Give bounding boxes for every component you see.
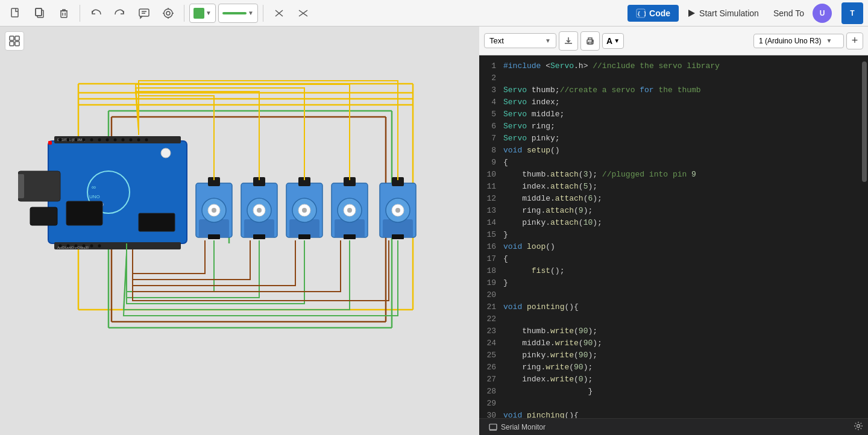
align-left-button[interactable] — [268, 2, 290, 24]
svg-point-42 — [130, 139, 133, 142]
color-swatch — [193, 8, 204, 19]
svg-rect-74 — [298, 234, 310, 239]
comment-button[interactable] — [133, 2, 155, 24]
print-button[interactable] — [580, 31, 600, 51]
svg-point-94 — [592, 40, 593, 42]
svg-rect-22 — [15, 42, 19, 46]
svg-point-50 — [83, 245, 86, 248]
code-mode-label: Text — [489, 36, 504, 45]
svg-point-49 — [75, 245, 78, 248]
new-file-button[interactable] — [5, 2, 27, 24]
svg-point-67 — [257, 208, 262, 213]
svg-point-44 — [145, 139, 148, 142]
send-label: Send To — [773, 8, 804, 18]
svg-text:∞: ∞ — [92, 184, 96, 190]
svg-point-73 — [302, 208, 307, 213]
svg-point-47 — [59, 245, 62, 248]
copy-button[interactable] — [29, 2, 51, 24]
svg-rect-25 — [18, 174, 24, 198]
svg-rect-86 — [392, 234, 404, 239]
svg-rect-95 — [489, 424, 497, 430]
right-panel: Text ▼ A ▼ — [479, 27, 868, 435]
svg-rect-21 — [10, 42, 14, 46]
main-area: ∞ UNO ARDUINO DIGITAL (PWM~) — [0, 27, 868, 435]
svg-point-48 — [67, 245, 70, 248]
code-button[interactable]: { } Code — [627, 5, 679, 22]
svg-text:UNO: UNO — [89, 194, 100, 199]
svg-rect-26 — [30, 207, 57, 225]
divider-2 — [184, 5, 184, 22]
line-swatch — [222, 12, 247, 14]
svg-point-53 — [161, 148, 171, 158]
code-label: Code — [649, 8, 670, 18]
svg-rect-0 — [11, 8, 18, 17]
svg-point-38 — [98, 139, 101, 142]
settings-button[interactable] — [854, 421, 863, 433]
divider-1 — [80, 5, 80, 22]
svg-rect-19 — [10, 36, 14, 40]
svg-point-35 — [75, 139, 78, 142]
svg-point-39 — [106, 139, 109, 142]
align-right-button[interactable] — [292, 2, 314, 24]
svg-point-34 — [67, 139, 70, 142]
color-picker-button[interactable]: ▼ — [189, 4, 216, 23]
download-button[interactable] — [559, 31, 578, 51]
font-size-button[interactable]: A ▼ — [602, 33, 624, 49]
svg-marker-18 — [688, 10, 695, 17]
zoom-fit-button[interactable] — [5, 31, 24, 51]
board-label: 1 (Arduino Uno R3) — [759, 37, 821, 45]
color-chevron-icon: ▼ — [206, 10, 212, 16]
line-numbers: 1234567891011121314151617181920212223242… — [479, 55, 503, 418]
svg-rect-68 — [253, 234, 265, 239]
svg-point-41 — [122, 139, 125, 142]
board-select-dropdown[interactable]: 1 (Arduino Uno R3) ▼ — [753, 34, 844, 48]
code-content[interactable]: #include <Servo.h> //include the servo l… — [503, 55, 861, 418]
avatar[interactable]: U — [813, 4, 832, 23]
simulate-button[interactable]: Start Simulation — [681, 5, 765, 22]
svg-point-97 — [857, 425, 860, 428]
svg-point-85 — [395, 208, 400, 213]
svg-point-61 — [212, 208, 216, 213]
svg-rect-2 — [36, 8, 42, 16]
code-mode-dropdown[interactable]: Text ▼ — [484, 33, 556, 48]
toolbar: ▼ ▼ { } Code Start Simulation Send To U — [0, 0, 868, 27]
tinkercad-icon-btn[interactable]: T — [841, 2, 863, 24]
svg-point-37 — [90, 139, 93, 142]
svg-rect-55 — [66, 201, 102, 225]
divider-3 — [263, 5, 263, 22]
svg-rect-4 — [61, 11, 67, 17]
simulate-label: Start Simulation — [699, 8, 759, 18]
svg-rect-54 — [48, 141, 52, 145]
send-to-button[interactable]: Send To — [767, 5, 810, 22]
bottom-bar: Serial Monitor — [479, 418, 868, 435]
svg-point-11 — [166, 11, 170, 15]
plus-icon: + — [852, 34, 858, 47]
svg-rect-24 — [18, 171, 60, 201]
add-panel-button[interactable]: + — [846, 33, 863, 49]
svg-rect-56 — [139, 213, 175, 231]
undo-button[interactable] — [85, 2, 107, 24]
svg-rect-20 — [15, 36, 19, 40]
svg-point-40 — [114, 139, 117, 142]
delete-button[interactable] — [53, 2, 75, 24]
svg-point-52 — [98, 245, 101, 248]
board-chevron-icon: ▼ — [826, 37, 832, 44]
code-editor[interactable]: 1234567891011121314151617181920212223242… — [479, 55, 868, 418]
inspect-button[interactable] — [157, 2, 179, 24]
line-style-button[interactable]: ▼ — [218, 4, 258, 23]
svg-rect-62 — [208, 234, 220, 239]
canvas-area[interactable]: ∞ UNO ARDUINO DIGITAL (PWM~) — [0, 27, 479, 435]
serial-monitor-label: Serial Monitor — [501, 423, 546, 431]
svg-point-51 — [90, 245, 93, 248]
line-chevron-icon: ▼ — [248, 10, 254, 16]
code-header: Text ▼ A ▼ — [479, 27, 868, 55]
serial-monitor-button[interactable]: Serial Monitor — [484, 422, 550, 433]
scrollbar[interactable] — [861, 55, 868, 418]
svg-point-36 — [83, 139, 86, 142]
redo-button[interactable] — [109, 2, 131, 24]
svg-point-79 — [347, 208, 352, 213]
svg-rect-80 — [344, 234, 356, 239]
svg-rect-7 — [139, 9, 149, 16]
font-label: A — [606, 36, 612, 46]
svg-point-43 — [137, 139, 140, 142]
